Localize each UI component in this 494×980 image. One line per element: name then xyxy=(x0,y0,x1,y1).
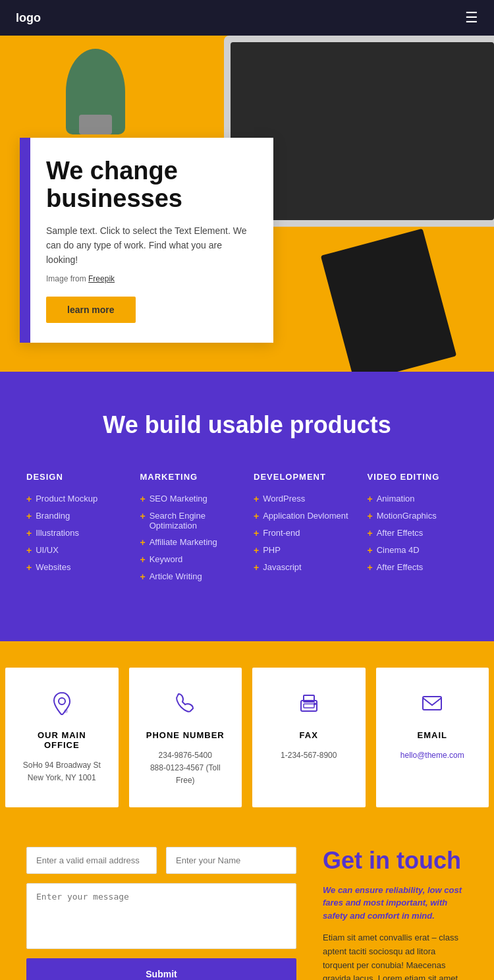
phone-icon xyxy=(173,691,197,721)
email-card: EMAIL hello@theme.com xyxy=(376,668,489,807)
list-item: +Affiliate Marketing xyxy=(140,537,241,548)
marketing-column-title: MARKETING xyxy=(140,472,241,482)
list-item: +Product Mockup xyxy=(26,494,127,504)
plant-decoration xyxy=(66,49,125,134)
phone-card: PHONE NUMBER 234-9876-5400 888-0123-4567… xyxy=(129,668,242,807)
list-item: +Cinema 4D xyxy=(368,545,468,556)
svg-point-1 xyxy=(64,709,68,713)
products-section: We build usable products DESIGN +Product… xyxy=(0,372,494,641)
marketing-column: MARKETING +SEO Marketing +Search Engine … xyxy=(140,472,241,589)
message-textarea[interactable] xyxy=(26,883,296,949)
development-column: DEVELOPMENT +WordPress +Application Devl… xyxy=(254,472,354,589)
get-in-touch-description: Etiam sit amet convallis erat – class ap… xyxy=(323,931,468,980)
fax-card-detail: 1-234-567-8900 xyxy=(281,749,337,762)
contact-form-row: Submit Get in touch We can ensure reliab… xyxy=(26,847,468,980)
products-title: We build usable products xyxy=(26,411,468,439)
list-item: +Article Writing xyxy=(140,571,241,582)
form-inputs-row xyxy=(26,847,296,874)
list-item: +Illustrations xyxy=(26,528,127,538)
list-item: +SEO Marketing xyxy=(140,494,241,504)
email-link[interactable]: hello@theme.com xyxy=(400,751,464,760)
list-item: +Search Engine Optimization xyxy=(140,511,241,531)
list-item: +Application Devloment xyxy=(254,511,354,521)
fax-icon xyxy=(297,691,321,721)
video-editing-column-title: VIDEO EDITING xyxy=(368,472,468,482)
list-item: +MotionGraphics xyxy=(368,511,468,521)
submit-button[interactable]: Submit xyxy=(26,958,296,980)
hero-description: Sample text. Click to select the Text El… xyxy=(46,223,254,268)
nav-logo: logo xyxy=(16,11,41,25)
phone-card-title: PHONE NUMBER xyxy=(146,730,225,740)
hero-section: We change businesses Sample text. Click … xyxy=(0,36,494,372)
get-in-touch-title: Get in touch xyxy=(323,847,468,875)
list-item: +WordPress xyxy=(254,494,354,504)
development-column-title: DEVELOPMENT xyxy=(254,472,354,482)
office-card-title: OUR MAIN OFFICE xyxy=(18,730,105,750)
office-card-detail: SoHo 94 Broadway St New York, NY 1001 xyxy=(18,759,105,784)
contact-form-section: Submit Get in touch We can ensure reliab… xyxy=(0,834,494,980)
freepik-link[interactable]: Freepik xyxy=(88,274,115,283)
phone-card-detail: 234-9876-5400 888-0123-4567 (Toll Free) xyxy=(142,749,229,788)
navbar: logo ☰ xyxy=(0,0,494,36)
svg-rect-6 xyxy=(423,697,441,710)
list-item: +Websites xyxy=(26,562,127,573)
contact-cards-section: OUR MAIN OFFICE SoHo 94 Broadway St New … xyxy=(0,641,494,834)
get-in-touch-subtitle: We can ensure reliability, low cost fare… xyxy=(323,884,468,923)
list-item: +Branding xyxy=(26,511,127,521)
list-item: +PHP xyxy=(254,545,354,556)
design-column-title: DESIGN xyxy=(26,472,127,482)
list-item: +UI/UX xyxy=(26,545,127,556)
email-input[interactable] xyxy=(26,847,157,874)
hero-image-credit: Image from Freepik xyxy=(46,274,254,283)
contact-cards-row: OUR MAIN OFFICE SoHo 94 Broadway St New … xyxy=(0,641,494,834)
email-card-detail: hello@theme.com xyxy=(400,749,464,762)
email-card-title: EMAIL xyxy=(418,730,447,740)
list-item: +After Effects xyxy=(368,562,468,573)
location-icon xyxy=(50,691,74,721)
list-item: +After Effetcs xyxy=(368,528,468,538)
fax-card-title: FAX xyxy=(300,730,318,740)
list-item: +Javascript xyxy=(254,562,354,573)
hamburger-menu-icon[interactable]: ☰ xyxy=(465,9,478,26)
hero-accent-bar xyxy=(20,138,30,343)
form-column: Submit xyxy=(26,847,296,980)
svg-point-0 xyxy=(59,698,65,705)
fax-card: FAX 1-234-567-8900 xyxy=(252,668,366,807)
get-in-touch-column: Get in touch We can ensure reliability, … xyxy=(323,847,468,980)
name-input[interactable] xyxy=(166,847,296,874)
products-grid: DESIGN +Product Mockup +Branding +Illust… xyxy=(26,472,468,589)
list-item: +Front-end xyxy=(254,528,354,538)
learn-more-button[interactable]: learn more xyxy=(46,297,136,323)
svg-point-5 xyxy=(314,703,316,705)
list-item: +Animation xyxy=(368,494,468,504)
svg-rect-4 xyxy=(304,704,314,708)
video-editing-column: VIDEO EDITING +Animation +MotionGraphics… xyxy=(368,472,468,589)
email-icon xyxy=(420,691,444,721)
office-card: OUR MAIN OFFICE SoHo 94 Broadway St New … xyxy=(5,668,119,807)
hero-title: We change businesses xyxy=(46,158,254,213)
design-column: DESIGN +Product Mockup +Branding +Illust… xyxy=(26,472,127,589)
hero-card: We change businesses Sample text. Click … xyxy=(20,138,273,343)
list-item: +Keyword xyxy=(140,554,241,565)
